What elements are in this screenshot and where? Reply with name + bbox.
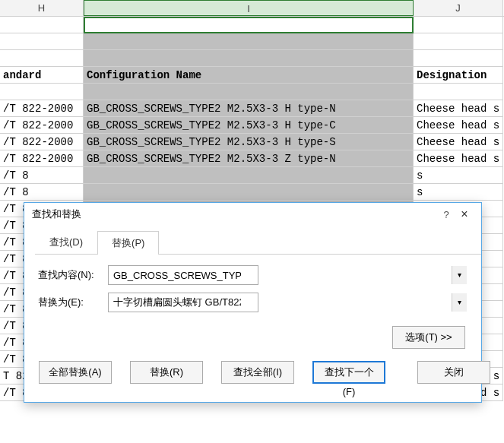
cell[interactable]: [0, 17, 84, 33]
table-row: /T 822-2000GB_CROSS_SCREWS_TYPE2 M2.5X3-…: [0, 100, 504, 117]
cell[interactable]: .: [414, 33, 503, 50]
col-title-config-name[interactable]: Configuration Name: [84, 67, 414, 84]
dialog-close-button[interactable]: 关闭: [417, 361, 490, 384]
chevron-down-icon[interactable]: ▾: [452, 293, 467, 312]
find-input[interactable]: [108, 265, 258, 285]
table-header-row: andard Configuration Name Designation: [0, 67, 504, 84]
active-cell[interactable]: [84, 17, 414, 33]
cell[interactable]: /T 822-2000: [0, 117, 84, 134]
find-replace-dialog: 查找和替换 ? × 查找(D) 替换(P) 查找内容(N): ▾ 替换为(E):…: [24, 202, 482, 403]
table-row: [0, 17, 504, 33]
table-row: /T 822-2000GB_CROSS_SCREWS_TYPE2 M2.5X3-…: [0, 117, 504, 134]
cell[interactable]: [84, 167, 414, 184]
table-row: . . .: [0, 33, 504, 50]
col-title-standard[interactable]: andard: [0, 67, 84, 84]
cell[interactable]: Cheese head s: [414, 150, 503, 167]
column-headers: H I J: [0, 0, 504, 17]
cell[interactable]: .: [84, 33, 414, 50]
tab-find[interactable]: 查找(D): [35, 230, 97, 254]
table-row: /T 8s: [0, 184, 504, 201]
cell[interactable]: .: [414, 50, 503, 67]
cell[interactable]: /T 8: [0, 184, 84, 201]
cell[interactable]: s: [414, 167, 503, 184]
replace-input[interactable]: [108, 293, 258, 312]
cell[interactable]: /T 822-2000: [0, 150, 84, 167]
cell[interactable]: Cheese head s: [414, 134, 503, 150]
cell[interactable]: /T 8: [0, 167, 84, 184]
cell[interactable]: .: [0, 50, 84, 67]
find-label: 查找内容(N):: [38, 268, 108, 282]
col-header-i[interactable]: I: [84, 0, 414, 16]
cell[interactable]: [84, 184, 414, 201]
cell[interactable]: .: [84, 84, 414, 100]
replace-label: 替换为(E):: [38, 296, 108, 309]
close-icon[interactable]: ×: [455, 207, 474, 221]
cell[interactable]: .: [414, 84, 503, 100]
tab-replace[interactable]: 替换(P): [97, 231, 159, 255]
dialog-tabs: 查找(D) 替换(P): [35, 230, 481, 255]
cell[interactable]: GB_CROSS_SCREWS_TYPE2 M2.5X3-3 H type-S: [84, 134, 414, 150]
cell[interactable]: .: [0, 84, 84, 100]
find-next-button[interactable]: 查找下一个(F): [312, 361, 385, 384]
replace-all-button[interactable]: 全部替换(A): [39, 361, 112, 384]
table-row: /T 822-2000GB_CROSS_SCREWS_TYPE2 M2.5X3-…: [0, 150, 504, 167]
find-all-button[interactable]: 查找全部(I): [221, 361, 294, 384]
chevron-down-icon[interactable]: ▾: [452, 266, 467, 284]
cell[interactable]: GB_CROSS_SCREWS_TYPE2 M2.5X3-3 H type-N: [84, 100, 414, 117]
help-icon[interactable]: ?: [437, 209, 455, 220]
cell[interactable]: Cheese head s: [414, 100, 503, 117]
dialog-title: 查找和替换: [32, 207, 437, 221]
options-button[interactable]: 选项(T) >>: [392, 326, 465, 349]
cell[interactable]: GB_CROSS_SCREWS_TYPE2 M2.5X3-3 Z type-N: [84, 150, 414, 167]
table-row: /T 822-2000GB_CROSS_SCREWS_TYPE2 M2.5X3-…: [0, 134, 504, 150]
cell[interactable]: s: [414, 184, 503, 201]
dialog-form: 查找内容(N): ▾ 替换为(E): ▾: [24, 255, 481, 326]
cell[interactable]: /T 822-2000: [0, 100, 84, 117]
dialog-titlebar[interactable]: 查找和替换 ? ×: [24, 203, 481, 226]
cell[interactable]: .: [84, 50, 414, 67]
table-row: . . .: [0, 84, 504, 100]
col-title-designation[interactable]: Designation: [414, 67, 503, 84]
cell[interactable]: /T 822-2000: [0, 134, 84, 150]
cell[interactable]: .: [0, 33, 84, 50]
replace-button[interactable]: 替换(R): [130, 361, 203, 384]
table-row: /T 8s: [0, 167, 504, 184]
col-header-j[interactable]: J: [414, 0, 503, 16]
cell[interactable]: GB_CROSS_SCREWS_TYPE2 M2.5X3-3 H type-C: [84, 117, 414, 134]
col-header-h[interactable]: H: [0, 0, 84, 16]
cell[interactable]: [414, 17, 503, 33]
cell[interactable]: Cheese head s: [414, 117, 503, 134]
table-row: . . .: [0, 50, 504, 67]
